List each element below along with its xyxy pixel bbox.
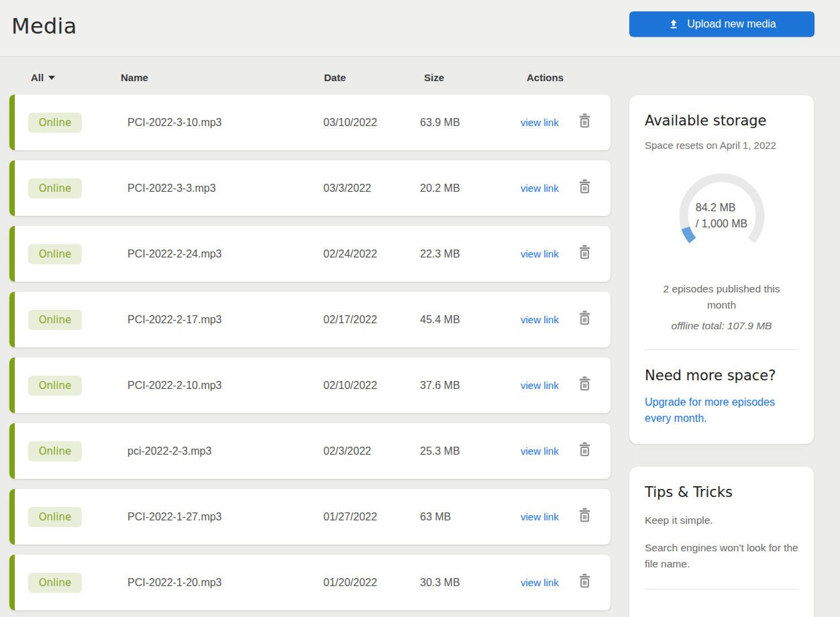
file-date: 03/3/2022 bbox=[323, 182, 420, 194]
tip-item: Keep it simple. bbox=[645, 512, 798, 528]
file-date: 01/20/2022 bbox=[323, 577, 420, 589]
status-badge: Online bbox=[28, 376, 82, 396]
column-header-actions: Actions bbox=[527, 72, 564, 83]
file-date: 02/17/2022 bbox=[323, 314, 420, 326]
trash-icon[interactable] bbox=[577, 178, 592, 199]
table-header-row: All Name Date Size Actions bbox=[9, 69, 611, 95]
file-date: 01/27/2022 bbox=[323, 511, 420, 523]
offline-total-note: offline total: 107.9 MB bbox=[645, 320, 798, 332]
column-header-name: Name bbox=[121, 72, 148, 83]
episodes-published-note: 2 episodes published this month bbox=[645, 281, 798, 313]
trash-icon[interactable] bbox=[577, 507, 592, 527]
status-badge: Online bbox=[28, 244, 82, 264]
file-date: 02/3/2022 bbox=[323, 445, 420, 457]
storage-title: Available storage bbox=[645, 113, 798, 129]
file-date: 02/24/2022 bbox=[323, 248, 420, 260]
page-header: Media Upload new media bbox=[0, 0, 840, 57]
trash-icon[interactable] bbox=[577, 573, 592, 593]
table-row: Online PCI-2022-3-10.mp3 03/10/2022 63.9… bbox=[9, 95, 611, 150]
file-size: 63 MB bbox=[420, 511, 521, 523]
filter-dropdown[interactable]: All bbox=[31, 72, 55, 83]
upload-new-media-button[interactable]: Upload new media bbox=[629, 11, 815, 37]
available-storage-card: Available storage Space resets on April … bbox=[629, 95, 814, 444]
page-title: Media bbox=[11, 13, 77, 39]
view-link[interactable]: view link bbox=[521, 380, 559, 391]
media-table: All Name Date Size Actions Online PCI-20… bbox=[9, 69, 611, 617]
need-more-space-title: Need more space? bbox=[645, 368, 798, 384]
file-name: PCI-2022-3-10.mp3 bbox=[127, 117, 323, 129]
file-name: PCI-2022-3-3.mp3 bbox=[127, 182, 323, 194]
status-badge: Online bbox=[28, 441, 82, 461]
file-size: 37.6 MB bbox=[420, 380, 521, 392]
file-size: 63.9 MB bbox=[420, 117, 521, 129]
table-row: Online PCI-2022-3-3.mp3 03/3/2022 20.2 M… bbox=[9, 160, 611, 216]
file-size: 20.2 MB bbox=[420, 182, 521, 194]
table-row: Online pci-2022-2-3.mp3 02/3/2022 25.3 M… bbox=[9, 423, 611, 479]
storage-gauge-label: 84.2 MB / 1,000 MB bbox=[672, 166, 772, 266]
rows-container: Online PCI-2022-3-10.mp3 03/10/2022 63.9… bbox=[9, 95, 611, 610]
file-name: PCI-2022-1-27.mp3 bbox=[127, 511, 323, 523]
storage-gauge: 84.2 MB / 1,000 MB bbox=[672, 166, 772, 266]
chevron-down-icon bbox=[48, 76, 55, 80]
file-size: 25.3 MB bbox=[420, 445, 521, 457]
tips-card-divider bbox=[645, 589, 798, 590]
file-size: 45.4 MB bbox=[420, 314, 521, 326]
trash-icon[interactable] bbox=[577, 244, 592, 264]
table-row: Online PCI-2022-2-24.mp3 02/24/2022 22.3… bbox=[9, 226, 611, 282]
view-link[interactable]: view link bbox=[521, 511, 559, 522]
storage-used: 84.2 MB bbox=[696, 202, 736, 213]
status-badge: Online bbox=[28, 310, 82, 330]
tips-title: Tips & Tricks bbox=[645, 484, 798, 500]
main-content: All Name Date Size Actions Online PCI-20… bbox=[0, 57, 840, 617]
status-badge: Online bbox=[28, 113, 82, 133]
status-badge: Online bbox=[28, 573, 82, 593]
storage-total: / 1,000 MB bbox=[696, 218, 747, 229]
upload-button-label: Upload new media bbox=[687, 18, 776, 30]
file-name: PCI-2022-1-20.mp3 bbox=[127, 577, 323, 589]
table-row: Online PCI-2022-1-27.mp3 01/27/2022 63 M… bbox=[9, 489, 611, 545]
storage-card-divider bbox=[645, 349, 798, 350]
column-header-date: Date bbox=[324, 72, 346, 83]
status-badge: Online bbox=[28, 507, 82, 527]
column-header-size: Size bbox=[424, 72, 444, 83]
view-link[interactable]: view link bbox=[521, 182, 559, 194]
view-link[interactable]: view link bbox=[521, 445, 559, 457]
file-name: PCI-2022-2-10.mp3 bbox=[127, 380, 323, 392]
file-size: 22.3 MB bbox=[420, 248, 521, 260]
table-row: Online PCI-2022-2-10.mp3 02/10/2022 37.6… bbox=[9, 357, 611, 413]
file-name: PCI-2022-2-17.mp3 bbox=[127, 314, 323, 326]
trash-icon[interactable] bbox=[577, 376, 592, 396]
tips-and-tricks-card: Tips & Tricks Keep it simple. Search eng… bbox=[629, 467, 814, 617]
file-name: PCI-2022-2-24.mp3 bbox=[127, 248, 323, 260]
file-date: 02/10/2022 bbox=[323, 380, 420, 392]
filter-selected-value: All bbox=[31, 72, 44, 83]
trash-icon[interactable] bbox=[577, 441, 592, 461]
file-size: 30.3 MB bbox=[420, 577, 521, 589]
file-date: 03/10/2022 bbox=[323, 117, 420, 129]
table-row: Online PCI-2022-1-20.mp3 01/20/2022 30.3… bbox=[9, 555, 611, 610]
storage-reset-note: Space resets on April 1, 2022 bbox=[645, 139, 798, 151]
trash-icon[interactable] bbox=[577, 113, 592, 133]
status-badge: Online bbox=[28, 178, 82, 199]
view-link[interactable]: view link bbox=[521, 248, 559, 260]
view-link[interactable]: view link bbox=[521, 117, 559, 128]
view-link[interactable]: view link bbox=[521, 314, 559, 325]
upload-icon bbox=[668, 18, 680, 30]
tip-item: Search engines won't look for the file n… bbox=[645, 540, 798, 571]
upgrade-link[interactable]: Upgrade for more episodes every month. bbox=[645, 394, 792, 427]
table-row: Online PCI-2022-2-17.mp3 02/17/2022 45.4… bbox=[9, 292, 611, 347]
sidebar: Available storage Space resets on April … bbox=[629, 95, 814, 617]
trash-icon[interactable] bbox=[577, 310, 592, 330]
file-name: pci-2022-2-3.mp3 bbox=[127, 445, 323, 457]
view-link[interactable]: view link bbox=[521, 577, 559, 588]
